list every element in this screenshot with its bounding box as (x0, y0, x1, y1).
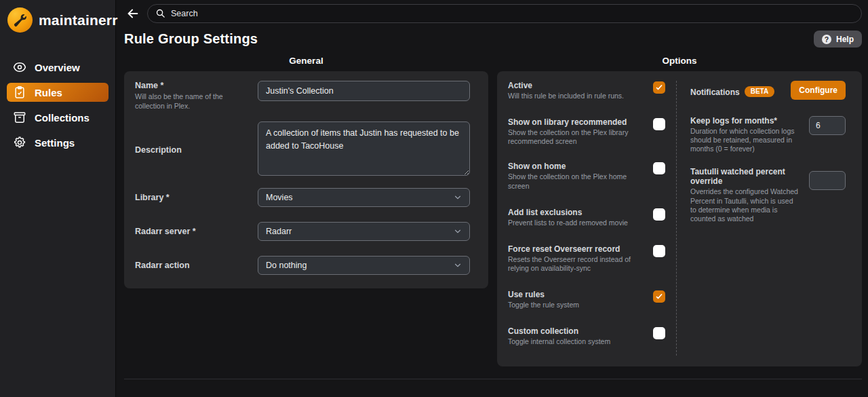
toggle-label: Add list exclusions (508, 208, 646, 217)
toggle-help: Toggle internal collection system (508, 337, 646, 346)
description-label: Description (135, 145, 248, 155)
active-checkbox[interactable] (653, 81, 665, 94)
radarr-server-select-value: Radarr (266, 227, 292, 236)
name-label: Name * (135, 81, 248, 90)
name-field-row: Name * Will also be the name of the coll… (135, 81, 470, 111)
search-bar[interactable] (147, 4, 862, 23)
keep-logs-label: Keep logs for months* (690, 116, 799, 126)
library-field-row: Library * Movies (135, 188, 470, 207)
toggle-label: Force reset Overseerr record (508, 244, 646, 254)
toggle-help: Prevent lists to re-add removed movie (508, 219, 646, 227)
radarr-server-select[interactable]: Radarr (258, 222, 470, 241)
sidebar-item-rules[interactable]: Rules (7, 83, 108, 102)
app-name: maintainerr (39, 12, 118, 29)
sidebar-item-overview[interactable]: Overview (7, 58, 108, 77)
show-on-home-checkbox[interactable] (653, 162, 665, 174)
sidebar-item-label: Rules (35, 87, 62, 98)
name-input[interactable] (258, 81, 470, 101)
sidebar-nav: Overview Rules Collections Settings (0, 58, 115, 152)
keep-logs-help: Duration for which collection logs shoul… (690, 127, 799, 153)
back-arrow-icon (125, 6, 140, 21)
sidebar: maintainerr Overview Rules Collections S… (0, 0, 116, 397)
options-misc-column: NotificationsBETA Configure Keep logs fo… (677, 81, 846, 356)
use-rules-checkbox[interactable] (653, 290, 665, 303)
wrench-logo-icon (7, 7, 33, 33)
page-title: Rule Group Settings (124, 31, 258, 47)
force-reset-overseerr-checkbox[interactable] (653, 245, 665, 257)
chevron-down-icon (453, 261, 462, 270)
toggle-row-add-list-exclusions: Add list exclusions Prevent lists to re-… (508, 208, 665, 227)
toggle-label: Active (508, 81, 646, 90)
general-section-title: General (124, 56, 488, 66)
beta-badge: BETA (745, 86, 774, 97)
help-button-label: Help (836, 35, 854, 44)
show-on-library-recommended-checkbox[interactable] (653, 118, 665, 130)
eye-icon (12, 60, 26, 75)
name-help: Will also be the name of the collection … (135, 92, 248, 111)
radarr-action-select[interactable]: Do nothing (258, 256, 470, 275)
toggle-label: Custom collection (508, 326, 646, 336)
settings-columns: Name * Will also be the name of the coll… (124, 71, 862, 366)
sidebar-item-label: Collections (35, 112, 90, 124)
radarr-server-field-row: Radarr server * Radarr (135, 222, 470, 241)
toggle-help: Resets the Overseerr record instead of r… (508, 255, 646, 273)
tautulli-override-row: Tautulli watched percent override Overri… (690, 167, 846, 223)
toggle-label: Use rules (508, 290, 646, 299)
chevron-down-icon (453, 193, 462, 202)
toggle-row-force-reset-overseerr: Force reset Overseerr record Resets the … (508, 244, 665, 273)
question-circle-icon: ? (822, 35, 831, 44)
tautulli-override-help: Overrides the configured Watched Percent… (690, 187, 799, 223)
toggle-row-active: Active Will this rule be included in rul… (508, 81, 665, 100)
toggle-help: Will this rule be included in rule runs. (508, 92, 646, 100)
brand: maintainerr (0, 0, 115, 33)
general-card: Name * Will also be the name of the coll… (124, 71, 488, 288)
toggle-row-show-on-home: Show on home Show the collection on the … (508, 162, 665, 190)
section-headers: General Options (124, 56, 862, 66)
gear-icon (12, 136, 26, 150)
options-toggle-column: Active Will this rule be included in rul… (508, 81, 677, 356)
archive-box-icon (12, 111, 26, 125)
description-field-row: Description A collection of items that J… (135, 121, 470, 178)
sidebar-item-settings[interactable]: Settings (7, 133, 108, 152)
notifications-label: Notifications (690, 88, 740, 97)
topbar (124, 3, 862, 23)
search-input[interactable] (171, 9, 854, 18)
bottom-divider (124, 379, 862, 379)
toggle-label: Show on library recommended (508, 117, 646, 127)
options-section-title: Options (497, 56, 862, 66)
options-card: Active Will this rule be included in rul… (497, 71, 862, 366)
configure-notifications-button[interactable]: Configure (791, 81, 846, 100)
keep-logs-row: Keep logs for months* Duration for which… (690, 116, 846, 153)
library-select[interactable]: Movies (258, 188, 470, 207)
keep-logs-input[interactable] (809, 116, 846, 135)
chevron-down-icon (453, 227, 462, 236)
radarr-action-label: Radarr action (135, 261, 248, 270)
check-icon (655, 292, 663, 301)
sidebar-item-collections[interactable]: Collections (7, 108, 108, 127)
toggle-row-custom-collection: Custom collection Toggle internal collec… (508, 326, 665, 346)
toggle-help: Toggle the rule system (508, 301, 646, 309)
description-textarea[interactable]: A collection of items that Justin has re… (258, 121, 470, 176)
radarr-server-label: Radarr server * (135, 227, 248, 236)
back-button[interactable] (124, 5, 142, 22)
tautulli-override-input[interactable] (809, 171, 846, 190)
library-label: Library * (135, 193, 248, 202)
radarr-action-field-row: Radarr action Do nothing (135, 256, 470, 275)
sidebar-item-label: Overview (35, 62, 80, 73)
radarr-action-select-value: Do nothing (266, 261, 307, 270)
main-content: Rule Group Settings ? Help General Optio… (116, 0, 868, 397)
toggle-help: Show the collection on the Plex library … (508, 128, 646, 146)
library-select-value: Movies (266, 193, 293, 202)
custom-collection-checkbox[interactable] (653, 327, 665, 339)
toggle-row-library-recommended: Show on library recommended Show the col… (508, 117, 665, 146)
toggle-row-use-rules: Use rules Toggle the rule system (508, 290, 665, 309)
sidebar-item-label: Settings (35, 137, 75, 149)
add-list-exclusions-checkbox[interactable] (653, 208, 665, 221)
clipboard-check-icon (12, 86, 26, 100)
check-icon (655, 83, 663, 92)
help-button[interactable]: ? Help (814, 31, 862, 48)
tautulli-override-label: Tautulli watched percent override (690, 167, 799, 186)
notifications-row: NotificationsBETA Configure (690, 81, 846, 100)
toggle-label: Show on home (508, 162, 646, 171)
toggle-help: Show the collection on the Plex home scr… (508, 172, 646, 190)
